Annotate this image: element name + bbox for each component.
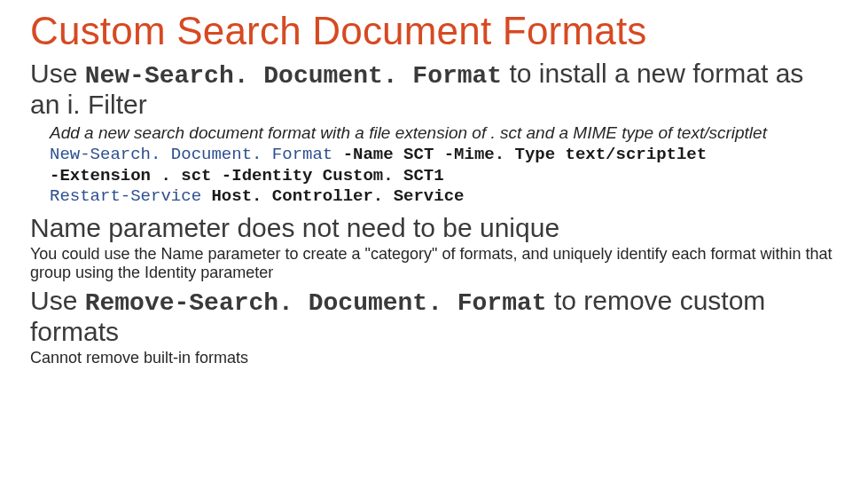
note-cannot-remove: Cannot remove built-in formats xyxy=(30,349,838,367)
sub1-cmd: New-Search. Document. Format xyxy=(85,62,502,90)
slide: Custom Search Document Formats Use New-S… xyxy=(0,0,868,367)
subheading-remove: Use Remove-Search. Document. Format to r… xyxy=(30,286,838,347)
note-add-format: Add a new search document format with a … xyxy=(50,123,838,143)
sub3-pre: Use xyxy=(30,286,85,315)
subheading-name-unique: Name parameter does not need to be uniqu… xyxy=(30,213,838,243)
subheading-install: Use New-Search. Document. Format to inst… xyxy=(30,59,838,120)
code-kw1: New-Search. Document. Format xyxy=(50,145,332,164)
slide-title: Custom Search Document Formats xyxy=(30,9,838,53)
sub3-cmd: Remove-Search. Document. Format xyxy=(85,289,547,317)
sub1-pre: Use xyxy=(30,59,85,88)
code-line1-rest: -Name SCT -Mime. Type text/scriptlet xyxy=(332,145,707,164)
code-kw2: Restart-Service xyxy=(50,186,201,206)
code-block: New-Search. Document. Format -Name SCT -… xyxy=(50,145,838,208)
note-category: You could use the Name parameter to crea… xyxy=(30,245,838,282)
code-line2: -Extension . sct -Identity Custom. SCT1 xyxy=(50,166,444,185)
code-line3-rest: Host. Controller. Service xyxy=(201,186,464,206)
